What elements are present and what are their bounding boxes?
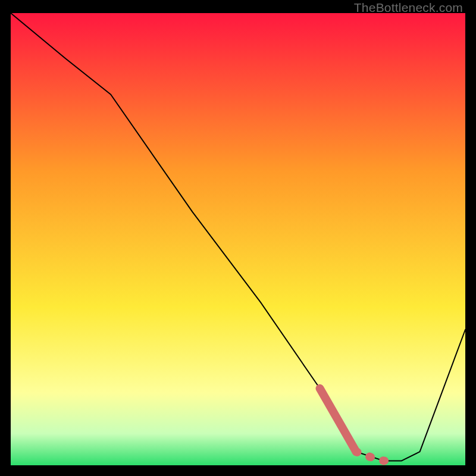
chart-svg [11, 13, 465, 465]
chart-frame [11, 13, 465, 465]
gradient-background [11, 13, 465, 465]
